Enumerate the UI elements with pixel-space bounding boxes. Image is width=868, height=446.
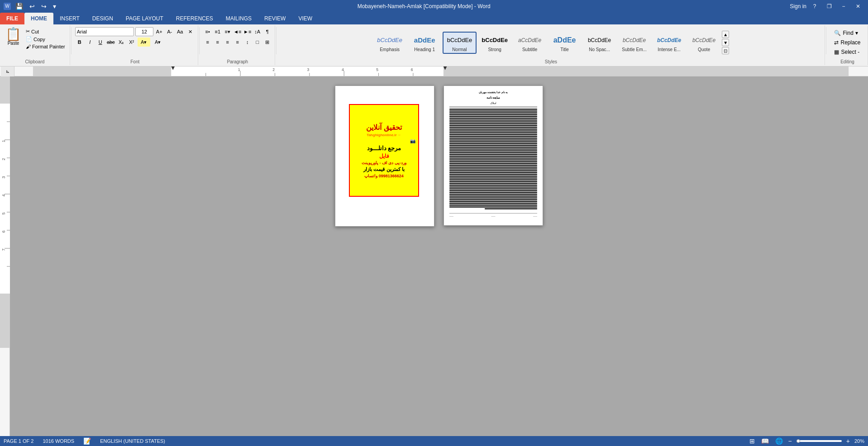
zoom-out-button[interactable]: − xyxy=(788,437,792,445)
main-area: 1 2 3 4 5 6 7 تحقیق آنلاین Tahghighonlin… xyxy=(0,76,868,440)
styles-label: Styles xyxy=(277,59,825,64)
style-intenseemph[interactable]: bCcDdEe Intense E... xyxy=(652,32,686,53)
tab-view[interactable]: VIEW xyxy=(292,13,319,24)
find-button[interactable]: 🔍 Find ▾ xyxy=(832,29,862,37)
restore-button[interactable]: ❐ xyxy=(823,0,835,13)
qat-save[interactable]: 💾 xyxy=(14,2,25,11)
align-left-button[interactable]: ≡ xyxy=(203,38,212,47)
text-line-22 xyxy=(449,147,537,148)
replace-icon: ⇄ xyxy=(834,39,839,46)
style-normal[interactable]: bCcDdEe Normal xyxy=(443,32,477,54)
text-line-31 xyxy=(449,163,537,164)
style-subtleemph[interactable]: bCcDdEe Subtle Em... xyxy=(617,32,651,53)
style-title[interactable]: aDdEe Title xyxy=(548,32,582,53)
clear-formatting-button[interactable]: ✕ xyxy=(186,27,195,36)
tab-insert[interactable]: INSERT xyxy=(53,13,86,24)
text-line-18 xyxy=(449,139,537,141)
cut-button[interactable]: ✂ Cut xyxy=(24,28,67,35)
replace-button[interactable]: ⇄ Replace xyxy=(832,38,862,47)
style-nospace[interactable]: bCcDdEe No Spac... xyxy=(582,32,616,53)
document-area[interactable]: تحقیق آنلاین Tahghighonline.ir ← 📷 مرجع … xyxy=(10,76,868,440)
text-line-5 xyxy=(449,116,537,117)
print-layout-view-button[interactable]: ⊞ xyxy=(749,437,756,446)
superscript-button[interactable]: X² xyxy=(127,38,136,47)
help-button[interactable]: ? xyxy=(808,0,821,13)
page2-content: به نام خدا بخشنده مهربان مبایعه نامه امل… xyxy=(449,90,537,217)
style-quote[interactable]: bCcDdEe Quote xyxy=(687,32,721,53)
styles-expand[interactable]: ⊡ xyxy=(722,47,729,54)
language[interactable]: ENGLISH (UNITED STATES) xyxy=(100,438,165,444)
underline-button[interactable]: U xyxy=(96,38,105,47)
show-hide-button[interactable]: ¶ xyxy=(263,27,272,36)
style-heading1[interactable]: aDdEe Heading 1 xyxy=(408,32,442,53)
shrink-font-button[interactable]: A- xyxy=(165,27,174,36)
paste-button[interactable]: 📋 Paste xyxy=(3,27,24,47)
style-normal-label: Normal xyxy=(452,47,467,52)
sign-in-link[interactable]: Sign in xyxy=(790,3,806,9)
align-center-button[interactable]: ≡ xyxy=(213,38,222,47)
horizontal-ruler: 1 2 3 4 5 6 xyxy=(14,66,867,76)
tab-page-layout[interactable]: PAGE LAYOUT xyxy=(119,13,170,24)
close-button[interactable]: ✕ xyxy=(852,0,864,13)
text-line-33 xyxy=(449,166,537,168)
style-heading1-label: Heading 1 xyxy=(414,47,435,52)
ruler-corner[interactable]: ⊾ xyxy=(1,66,14,76)
justify-button[interactable]: ≡ xyxy=(233,38,242,47)
grow-font-button[interactable]: A+ xyxy=(155,27,164,36)
tab-design[interactable]: DESIGN xyxy=(86,13,119,24)
style-strong[interactable]: bCcDdEe Strong xyxy=(477,32,512,53)
minimize-button[interactable]: − xyxy=(837,0,850,13)
tab-references[interactable]: REFERENCES xyxy=(170,13,219,24)
zoom-in-button[interactable]: + xyxy=(846,437,850,445)
strikethrough-button[interactable]: abc xyxy=(106,38,115,47)
ad-line2: فایل xyxy=(379,153,389,159)
shading-button[interactable]: □ xyxy=(253,38,262,47)
styles-scroll-down[interactable]: ▼ xyxy=(722,39,729,46)
style-subtitle[interactable]: aCcDdEe Subtitle xyxy=(513,32,547,53)
highlight-button[interactable]: A▾ xyxy=(138,38,150,47)
font-family-input[interactable] xyxy=(75,27,134,36)
style-emphasis[interactable]: bCcDdEe Emphasis xyxy=(373,32,407,53)
qat-undo[interactable]: ↩ xyxy=(28,2,37,11)
text-line-23 xyxy=(449,148,537,150)
qat-redo[interactable]: ↪ xyxy=(39,2,48,11)
ad-url: Tahghighonline.ir ← xyxy=(367,133,401,137)
tab-review[interactable]: REVIEW xyxy=(258,13,292,24)
format-painter-button[interactable]: 🖌 Format Painter xyxy=(24,43,67,50)
bullets-button[interactable]: ≡• xyxy=(203,27,212,36)
font-color-button[interactable]: A▾ xyxy=(152,38,164,47)
multilevel-button[interactable]: ≡▾ xyxy=(223,27,232,36)
styles-scroll-up[interactable]: ▲ xyxy=(722,31,729,38)
qat-customize[interactable]: ▾ xyxy=(51,2,58,11)
text-line-40 xyxy=(449,179,537,180)
subscript-button[interactable]: X₂ xyxy=(117,38,126,47)
line-spacing-button[interactable]: ↕ xyxy=(243,38,252,47)
find-icon: 🔍 xyxy=(834,30,841,36)
copy-button[interactable]: 📄 Copy xyxy=(24,36,67,43)
borders-button[interactable]: ⊞ xyxy=(263,38,272,47)
spell-check-icon[interactable]: 📝 xyxy=(83,437,91,445)
bold-button[interactable]: B xyxy=(75,38,84,47)
tab-file[interactable]: FILE xyxy=(0,13,24,24)
web-layout-button[interactable]: 🌐 xyxy=(774,437,784,446)
copy-label: Copy xyxy=(33,37,45,42)
tab-mailings[interactable]: MAILINGS xyxy=(219,13,258,24)
numbering-button[interactable]: ≡1 xyxy=(213,27,222,36)
decrease-indent-button[interactable]: ◄≡ xyxy=(233,27,242,36)
text-line-3 xyxy=(449,112,537,114)
svg-text:6: 6 xyxy=(1,230,6,232)
select-button[interactable]: ▦ Select - xyxy=(832,48,862,56)
italic-button[interactable]: I xyxy=(86,38,95,47)
zoom-slider[interactable] xyxy=(796,440,842,442)
svg-text:2: 2 xyxy=(1,158,6,160)
font-size-input[interactable] xyxy=(135,27,153,36)
tab-home[interactable]: HOME xyxy=(24,13,53,24)
increase-indent-button[interactable]: ►≡ xyxy=(243,27,252,36)
sort-button[interactable]: ↕A xyxy=(253,27,262,36)
text-line-43 xyxy=(449,185,537,186)
read-mode-button[interactable]: 📖 xyxy=(760,437,770,446)
ribbon-clipboard-group: 📋 Paste ✂ Cut 📄 Copy 🖌 Format Painter Cl… xyxy=(0,25,70,65)
zoom-thumb[interactable] xyxy=(796,439,800,443)
align-right-button[interactable]: ≡ xyxy=(223,38,232,47)
change-case-button[interactable]: Aa xyxy=(176,27,185,36)
